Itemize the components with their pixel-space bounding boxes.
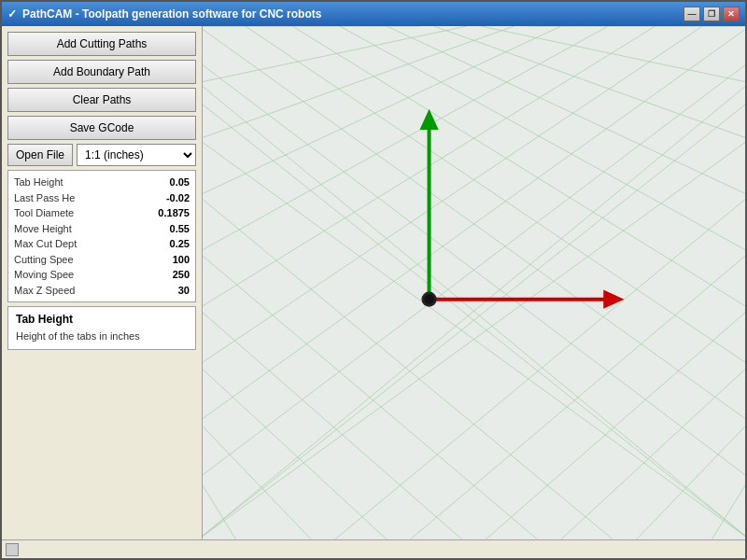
param-label: Cutting Spee (14, 252, 74, 268)
canvas-area[interactable] (203, 26, 745, 539)
save-gcode-button[interactable]: Save GCode (7, 116, 196, 140)
params-table: Tab Height0.05Last Pass He-0.02Tool Diam… (7, 170, 196, 302)
param-label: Tab Height (14, 175, 63, 190)
param-label: Move Height (14, 221, 72, 237)
app-icon: ✓ (7, 7, 17, 21)
window-title: PathCAM - Toolpath generation software f… (22, 7, 684, 21)
open-file-button[interactable]: Open File (7, 144, 73, 166)
param-row: Max Z Speed30 (14, 283, 190, 299)
main-content: Add Cutting Paths Add Boundary Path Clea… (2, 26, 745, 539)
statusbar (2, 539, 745, 558)
param-value: 0.55 (170, 221, 190, 237)
restore-button[interactable]: ❐ (703, 7, 720, 21)
add-cutting-paths-button[interactable]: Add Cutting Paths (7, 32, 196, 56)
info-desc: Height of the tabs in inches (16, 329, 188, 343)
param-value: -0.02 (166, 190, 190, 206)
svg-point-43 (425, 295, 434, 304)
param-row: Last Pass He-0.02 (14, 190, 190, 206)
param-value: 0.05 (170, 175, 190, 190)
scale-select[interactable]: 1:1 (inches) (77, 144, 196, 166)
param-row: Max Cut Dept0.25 (14, 236, 190, 252)
status-indicator (6, 543, 19, 556)
param-label: Max Cut Dept (14, 236, 77, 252)
sidebar: Add Cutting Paths Add Boundary Path Clea… (2, 26, 203, 539)
main-window: ✓ PathCAM - Toolpath generation software… (0, 0, 747, 560)
param-value: 0.1875 (158, 205, 190, 221)
param-value: 0.25 (170, 236, 190, 252)
param-label: Last Pass He (14, 190, 75, 206)
param-label: Max Z Speed (14, 283, 75, 299)
svg-rect-0 (203, 26, 745, 539)
grid-svg (203, 26, 745, 539)
param-row: Cutting Spee100 (14, 252, 190, 268)
param-row: Tab Height0.05 (14, 175, 190, 190)
param-row: Move Height0.55 (14, 221, 190, 237)
info-box: Tab Height Height of the tabs in inches (7, 306, 196, 350)
param-row: Tool Diamete0.1875 (14, 205, 190, 221)
param-value: 250 (173, 267, 190, 283)
minimize-button[interactable]: — (684, 7, 700, 21)
info-title: Tab Height (16, 313, 188, 326)
titlebar-buttons: — ❐ ✕ (684, 7, 740, 21)
param-label: Tool Diamete (14, 205, 74, 221)
close-button[interactable]: ✕ (723, 7, 740, 21)
file-scale-row: Open File 1:1 (inches) (7, 144, 196, 166)
add-boundary-path-button[interactable]: Add Boundary Path (7, 60, 196, 84)
param-row: Moving Spee250 (14, 267, 190, 283)
titlebar: ✓ PathCAM - Toolpath generation software… (2, 2, 745, 26)
param-value: 30 (178, 283, 190, 299)
param-label: Moving Spee (14, 267, 74, 283)
param-value: 100 (173, 252, 190, 268)
clear-paths-button[interactable]: Clear Paths (7, 88, 196, 112)
